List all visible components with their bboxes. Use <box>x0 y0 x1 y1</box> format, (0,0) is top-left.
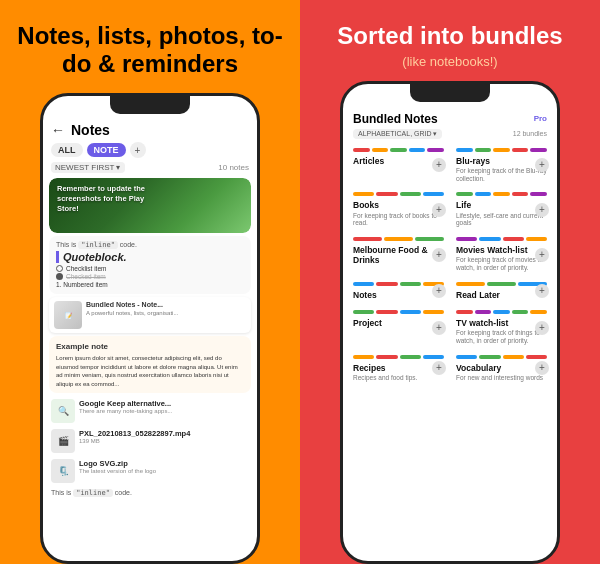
bundle-add-icon[interactable]: + <box>432 284 446 298</box>
bundle-name: Project <box>353 318 444 328</box>
checklist-item-2: Checked item <box>56 273 244 280</box>
bundle-name: Melbourne Food & Drinks <box>353 245 444 265</box>
notes-count: 10 notes <box>218 163 249 172</box>
bundle-add-icon[interactable]: + <box>432 203 446 217</box>
tag-all[interactable]: ALL <box>51 143 83 157</box>
bundled-header: Bundled Notes Pro <box>343 106 557 128</box>
bundle-item[interactable]: VocabularyFor new and interesting words+ <box>450 350 553 387</box>
bundle-desc: For new and interesting words <box>456 374 547 382</box>
bundles-count: 12 bundles <box>513 130 547 137</box>
note-item-photo[interactable]: Remember to update the screenshots for t… <box>49 178 251 233</box>
example-note-title: Example note <box>56 341 244 352</box>
bundle-item[interactable]: Blu-raysFor keeping track of the Blu-ray… <box>450 143 553 188</box>
left-headline: Notes, lists, photos, to-do & reminders <box>16 22 284 77</box>
video-icon: 🎬 <box>51 429 75 453</box>
bundle-desc: For keeping track of things to watch, in… <box>456 329 547 345</box>
bundle-name: Blu-rays <box>456 156 547 166</box>
bundle-add-icon[interactable]: + <box>432 158 446 172</box>
bundle-add-icon[interactable]: + <box>535 321 549 335</box>
sort-label[interactable]: NEWEST FIRST ▾ <box>51 162 125 173</box>
bundle-item[interactable]: Notes+ <box>347 277 450 305</box>
pro-badge: Pro <box>534 114 547 123</box>
back-arrow-icon[interactable]: ← <box>51 122 65 138</box>
gkeep-list-item[interactable]: 🔍 Google Keep alternative... There are m… <box>43 396 257 426</box>
bundle-item[interactable]: Articles+ <box>347 143 450 188</box>
bundle-item[interactable]: LifeLifestyle, self-care and current goa… <box>450 187 553 232</box>
bundled-note-title: Bundled Notes - Note... <box>86 301 246 309</box>
bundle-name: Articles <box>353 156 444 166</box>
bundle-name: Read Later <box>456 290 547 300</box>
bundle-add-icon[interactable]: + <box>432 361 446 375</box>
quoteblock: Quoteblock. <box>56 251 244 263</box>
right-panel: Sorted into bundles (like notebooks!) Bu… <box>300 0 600 564</box>
logo-title: Logo SVG.zip <box>79 459 249 468</box>
notes-header: ← Notes <box>43 118 257 140</box>
bundle-name: Books <box>353 200 444 210</box>
right-phone-mockup: Bundled Notes Pro ALPHABETICAL, GRID ▾ 1… <box>340 81 560 564</box>
logo-info: Logo SVG.zip The latest version of the l… <box>79 459 249 474</box>
checklist-item-1: Checklist item <box>56 265 244 272</box>
bundle-item[interactable]: BooksFor keeping track of books to read.… <box>347 187 450 232</box>
bundle-desc: For keeping track of movies to watch, in… <box>456 256 547 272</box>
right-phone-notch <box>410 84 490 102</box>
bundle-add-icon[interactable]: + <box>535 284 549 298</box>
quoteblock-card[interactable]: This is "inline" code. Quoteblock. Check… <box>49 236 251 294</box>
filter-row: ALL NOTE + <box>43 140 257 160</box>
inline-code-note: This is "inline" code. <box>56 241 244 249</box>
bundle-name: Life <box>456 200 547 210</box>
bundle-add-icon[interactable]: + <box>535 248 549 262</box>
bundle-desc: For keeping track of the Blu-ray collect… <box>456 167 547 183</box>
notes-screen-title: Notes <box>71 122 110 138</box>
photo-note-text: Remember to update the screenshots for t… <box>57 184 159 213</box>
bundle-add-icon[interactable]: + <box>432 248 446 262</box>
video-list-item[interactable]: 🎬 PXL_20210813_052822897.mp4 139 MB <box>43 426 257 456</box>
bundled-note-info: Bundled Notes - Note... A powerful notes… <box>86 301 246 317</box>
alpha-row: ALPHABETICAL, GRID ▾ 12 bundles <box>343 128 557 141</box>
bundle-name: Movies Watch-list <box>456 245 547 255</box>
bundle-desc: Lifestyle, self-care and current goals <box>456 212 547 228</box>
bundle-item[interactable]: Project+ <box>347 305 450 350</box>
radio-filled-icon <box>56 273 63 280</box>
bundle-item[interactable]: Melbourne Food & Drinks+ <box>347 232 450 277</box>
bundle-add-icon[interactable]: + <box>432 321 446 335</box>
numbered-item: 1. Numbered item <box>56 281 244 288</box>
gkeep-info: Google Keep alternative... There are man… <box>79 399 249 414</box>
bundle-item[interactable]: RecipesRecipes and food tips.+ <box>347 350 450 387</box>
alpha-label[interactable]: ALPHABETICAL, GRID ▾ <box>353 129 442 139</box>
bundle-name: Notes <box>353 290 444 300</box>
bundled-note-thumbnail: 📝 <box>54 301 82 329</box>
bundled-notes-title: Bundled Notes <box>353 112 438 126</box>
bundle-name: Recipes <box>353 363 444 373</box>
bundle-item[interactable]: Movies Watch-listFor keeping track of mo… <box>450 232 553 277</box>
bundle-item[interactable]: Read Later+ <box>450 277 553 305</box>
inline-code-bottom: This is "inline" code. <box>43 486 257 500</box>
left-panel: Notes, lists, photos, to-do & reminders … <box>0 0 300 564</box>
bundle-desc: Recipes and food tips. <box>353 374 444 382</box>
video-title: PXL_20210813_052822897.mp4 <box>79 429 249 438</box>
bundled-note-card[interactable]: 📝 Bundled Notes - Note... A powerful not… <box>49 297 251 333</box>
bundle-add-icon[interactable]: + <box>535 203 549 217</box>
bundled-note-desc: A powerful notes, lists, organisati... <box>86 310 246 317</box>
right-headline: Sorted into bundles <box>337 22 562 50</box>
bundle-name: TV watch-list <box>456 318 547 328</box>
video-info: PXL_20210813_052822897.mp4 139 MB <box>79 429 249 444</box>
logo-sub: The latest version of the logo <box>79 468 249 474</box>
bundle-item[interactable]: TV watch-listFor keeping track of things… <box>450 305 553 350</box>
logo-icon: 🗜️ <box>51 459 75 483</box>
bundle-add-icon[interactable]: + <box>535 361 549 375</box>
tag-note[interactable]: NOTE <box>87 143 126 157</box>
right-subtitle: (like notebooks!) <box>402 54 497 69</box>
bundle-desc: For keeping track of books to read. <box>353 212 444 228</box>
logo-list-item[interactable]: 🗜️ Logo SVG.zip The latest version of th… <box>43 456 257 486</box>
example-note-body: Lorem ipsum dolor sit amet, consectetur … <box>56 354 244 388</box>
sort-row: NEWEST FIRST ▾ 10 notes <box>43 160 257 175</box>
video-sub: 139 MB <box>79 438 249 444</box>
bundles-grid: Articles+Blu-raysFor keeping track of th… <box>343 141 557 389</box>
example-note-card[interactable]: Example note Lorem ipsum dolor sit amet,… <box>49 336 251 393</box>
bundle-add-icon[interactable]: + <box>535 158 549 172</box>
gkeep-title: Google Keep alternative... <box>79 399 249 408</box>
add-tag-button[interactable]: + <box>130 142 146 158</box>
gkeep-icon: 🔍 <box>51 399 75 423</box>
left-phone-notch <box>110 96 190 114</box>
radio-empty-icon <box>56 265 63 272</box>
